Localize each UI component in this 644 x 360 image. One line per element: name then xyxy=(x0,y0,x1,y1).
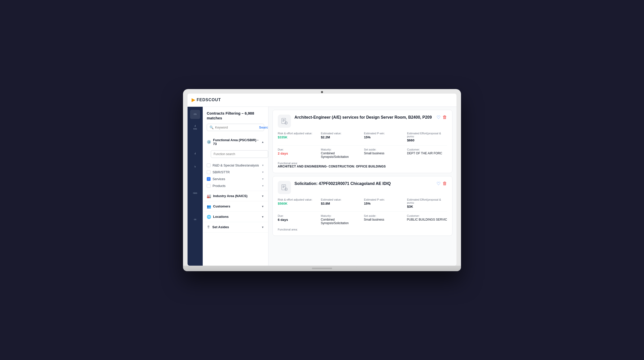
svg-rect-1 xyxy=(283,119,285,120)
sidebar-item-5[interactable]: h xyxy=(190,162,200,172)
filter-option-rnd[interactable]: R&D & Special Studies/analysis ▼ xyxy=(203,162,268,169)
laptop-base-notch xyxy=(312,268,332,269)
locations-chevron-icon: ▼ xyxy=(261,215,264,218)
metric-due-2: Due: 6 days xyxy=(278,214,318,225)
sbir-label: SBIR/STTR xyxy=(213,170,260,174)
locations-header[interactable]: 🌐 Locations ▼ xyxy=(203,212,268,222)
set-asides-section: 🎖 Set Asides ▼ xyxy=(203,222,268,232)
contract-title-1: Architect-Engineer (A/E) services for De… xyxy=(294,115,447,120)
products-checkbox[interactable] xyxy=(207,184,211,188)
card-metrics-1: Risk & effort adjusted value: $335K Esti… xyxy=(278,132,447,142)
filter-option-sbir[interactable]: SBIR/STTR ▼ xyxy=(203,169,268,176)
functional-area-label-2: Functional area: xyxy=(278,228,447,231)
sidebar-item-9[interactable]: os xyxy=(190,215,200,224)
filter-option-products[interactable]: Products ▼ xyxy=(203,182,268,191)
products-label: Products xyxy=(213,184,260,188)
card-icon-1 xyxy=(278,115,291,128)
search-button[interactable]: Search xyxy=(259,125,268,129)
metric-due-1: Due: 2 days xyxy=(278,148,318,159)
sidebar-item-3[interactable] xyxy=(190,136,200,145)
sidebar-item-6[interactable] xyxy=(190,176,200,185)
services-checkbox[interactable] xyxy=(207,177,211,181)
rnd-checkbox[interactable] xyxy=(207,163,211,167)
set-asides-header[interactable]: 🎖 Set Asides ▼ xyxy=(203,222,268,232)
functional-area-header[interactable]: ⚙️ Functional Area (PSC/SBIR) - 73 ▲ xyxy=(203,135,268,149)
functional-area-label-1: Functional area: xyxy=(278,162,447,165)
favorite-button-1[interactable]: ♡ xyxy=(436,115,441,120)
sbir-chevron-icon: ▼ xyxy=(262,171,264,174)
metric-estimated-2: Estimated value: $3.8M xyxy=(321,198,361,208)
card-secondary-metrics-1: Due: 2 days Maturity: Combined Synopsis/… xyxy=(278,148,447,159)
card-metrics-2: Risk & effort adjusted value: $560K Esti… xyxy=(278,198,447,208)
dark-sidebar: cts dnes d h nies os xyxy=(188,107,203,266)
metric-risk-label-2: Risk & effort adjusted value: xyxy=(278,198,318,201)
industry-area-header[interactable]: 🏭 Industry Area (NAICS) ▼ xyxy=(203,191,268,201)
metric-pwin-2: Estimated P-win: 15% xyxy=(364,198,404,208)
customers-section: 👥 Customers ▼ xyxy=(203,201,268,212)
metric-due-value-2: 6 days xyxy=(278,218,318,222)
keyword-search-box[interactable]: 🔍 Search xyxy=(207,124,264,131)
functional-area-2: Functional area: xyxy=(278,228,447,231)
industry-area-icon: 🏭 xyxy=(207,194,211,198)
functional-area-value-1: ARCHITECT AND ENGINEERING- CONSTRUCTION:… xyxy=(278,165,447,168)
functional-area-title: Functional Area (PSC/SBIR) - 73 xyxy=(213,138,261,146)
functional-area-1: Functional area: ARCHITECT AND ENGINEERI… xyxy=(278,162,447,168)
card-secondary-metrics-2: Due: 6 days Maturity: Combined Synopsis/… xyxy=(278,214,447,225)
card-actions-1: ♡ 🗑 xyxy=(436,115,447,120)
keyword-search-input[interactable] xyxy=(215,125,258,129)
svg-rect-7 xyxy=(282,184,286,190)
metric-due-label-1: Due: xyxy=(278,148,318,151)
set-asides-chevron-icon: ▼ xyxy=(261,226,264,229)
svg-rect-3 xyxy=(283,121,284,122)
industry-area-title: Industry Area (NAICS) xyxy=(213,194,247,198)
metric-estimated-label-2: Estimated value: xyxy=(321,198,361,201)
sidebar-item-products[interactable]: cts xyxy=(190,110,200,119)
rnd-chevron-icon: ▼ xyxy=(262,164,264,167)
sidebar-item-2[interactable]: dnes xyxy=(190,123,200,132)
metric-customer-1: Customer: DEPT OF THE AIR FORC xyxy=(407,148,447,159)
customers-header[interactable]: 👥 Customers ▼ xyxy=(203,201,268,211)
customers-icon: 👥 xyxy=(207,204,211,208)
card-actions-2: ♡ 🗑 xyxy=(436,181,447,186)
functional-area-icon: ⚙️ xyxy=(207,140,211,144)
metric-estimated-value-2: $3.8M xyxy=(321,202,361,205)
sidebar-item-8[interactable] xyxy=(190,202,200,211)
contract-card-2: Solicitation: 47PF0021R0071 Chicagoland … xyxy=(272,176,452,236)
sbir-checkbox[interactable] xyxy=(207,170,211,174)
set-asides-icon: 🎖 xyxy=(207,225,210,229)
delete-button-2[interactable]: 🗑 xyxy=(443,181,447,186)
favorite-button-2[interactable]: ♡ xyxy=(436,181,441,186)
metric-setaside-label-2: Set aside: xyxy=(364,214,404,217)
metric-effort-value-1: $660 xyxy=(407,138,447,142)
metric-effort-1: Estimated Effort(proposal & pursu $660 xyxy=(407,132,447,142)
metric-risk-label-1: Risk & effort adjusted value: xyxy=(278,132,318,135)
filter-option-services[interactable]: Services ▼ xyxy=(203,176,268,182)
set-asides-title: Set Asides xyxy=(212,225,229,229)
contract-card-1: Architect-Engineer (A/E) services for De… xyxy=(272,110,452,173)
card-header-2: Solicitation: 47PF0021R0071 Chicagoland … xyxy=(278,181,447,194)
metric-effort-label-1: Estimated Effort(proposal & pursu xyxy=(407,132,447,138)
industry-area-chevron-icon: ▼ xyxy=(261,195,264,198)
card-header-1: Architect-Engineer (A/E) services for De… xyxy=(278,115,447,128)
locations-icon: 🌐 xyxy=(207,215,211,219)
metric-due-label-2: Due: xyxy=(278,214,318,217)
sidebar-item-7[interactable]: nies xyxy=(190,189,200,198)
metric-pwin-value-2: 15% xyxy=(364,202,404,205)
metric-pwin-label-2: Estimated P-win: xyxy=(364,198,404,201)
metric-due-value-1: 2 days xyxy=(278,152,318,155)
metric-pwin-label-1: Estimated P-win: xyxy=(364,132,404,135)
function-search-input[interactable] xyxy=(211,150,268,158)
metric-estimated-label-1: Estimated value: xyxy=(321,132,361,135)
metric-pwin-1: Estimated P-win: 15% xyxy=(364,132,404,142)
delete-button-1[interactable]: 🗑 xyxy=(443,115,447,120)
logo-arrow-icon: ▶ xyxy=(192,97,195,103)
metric-maturity-1: Maturity: Combined Synopsis/Solicitation xyxy=(321,148,361,159)
functional-area-section: ⚙️ Functional Area (PSC/SBIR) - 73 ▲ R&D… xyxy=(203,135,268,191)
svg-rect-9 xyxy=(283,186,285,187)
metric-maturity-label-2: Maturity: xyxy=(321,214,361,217)
app-header: ▶ FEDSCOUT xyxy=(188,94,456,107)
metric-customer-label-2: Customer: xyxy=(407,214,447,217)
main-content: Architect-Engineer (A/E) services for De… xyxy=(268,107,456,266)
sidebar-item-4[interactable]: d xyxy=(190,149,200,158)
locations-section: 🌐 Locations ▼ xyxy=(203,212,268,222)
